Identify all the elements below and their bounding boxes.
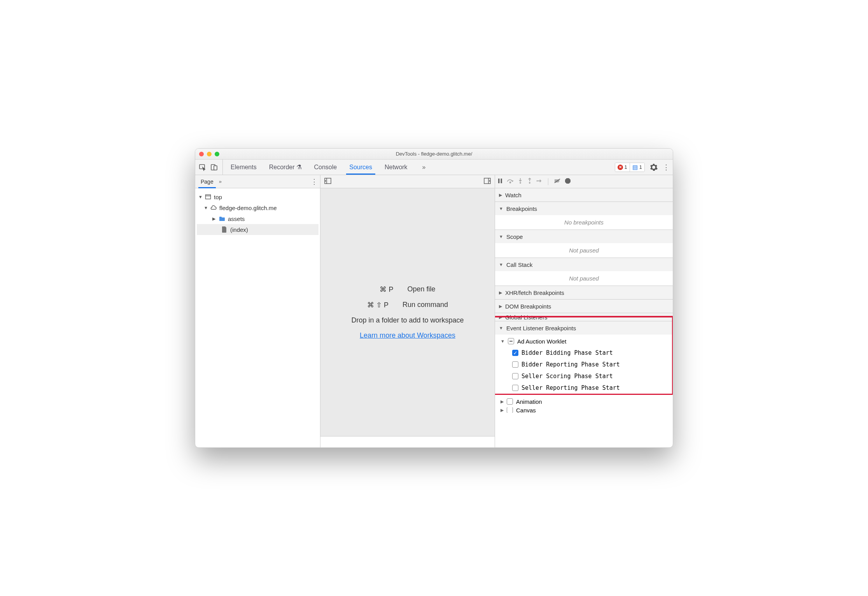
callstack-empty: Not paused [495, 271, 673, 286]
event-category-canvas[interactable]: ▶ Canvas [495, 407, 673, 413]
checkbox-icon[interactable] [507, 398, 513, 405]
tab-network[interactable]: Network [378, 160, 414, 175]
pause-on-exceptions-icon[interactable] [565, 178, 571, 185]
window-title: DevTools - fledge-demo.glitch.me/ [195, 151, 673, 157]
workspace-drop-hint: Drop in a folder to add to workspace [351, 316, 464, 324]
flask-icon: ⚗ [296, 163, 302, 171]
navigator-tab-page[interactable]: Page [198, 179, 216, 185]
folder-icon [219, 215, 226, 222]
run-command-hint: ⌘ ⇧ P Run command [367, 301, 448, 309]
show-debugger-icon[interactable] [484, 178, 491, 185]
tab-sources[interactable]: Sources [343, 160, 378, 175]
event-bidder-reporting-start[interactable]: Bidder Reporting Phase Start [495, 359, 673, 370]
svg-point-12 [520, 182, 521, 184]
kebab-menu-icon[interactable]: ⋮ [663, 163, 670, 172]
event-seller-reporting-start[interactable]: Seller Reporting Phase Start [495, 382, 673, 394]
inspect-icon[interactable] [198, 163, 207, 172]
step-into-icon[interactable] [518, 178, 523, 185]
scope-empty: Not paused [495, 243, 673, 258]
gear-icon[interactable] [649, 163, 658, 172]
titlebar: DevTools - fledge-demo.glitch.me/ [195, 149, 673, 160]
svg-rect-9 [498, 179, 500, 183]
debugger-panel: ▶Watch ▼Breakpoints No breakpoints ▼Scop… [495, 175, 673, 447]
messages-badge[interactable]: ▤ 1 [630, 163, 644, 172]
debugger-controls [495, 175, 673, 188]
editor-panel: ⌘ P Open file ⌘ ⇧ P Run command Drop in … [320, 175, 495, 447]
checkbox-icon[interactable] [507, 407, 513, 413]
file-tree: ▼ top ▼ fledge-demo.glitch.me ▶ assets (… [195, 188, 320, 238]
tree-file-label: (index) [230, 226, 248, 233]
checkbox-icon[interactable] [512, 385, 518, 391]
message-icon: ▤ [632, 164, 638, 171]
section-xhr-breakpoints[interactable]: ▶XHR/fetch Breakpoints [495, 286, 673, 299]
tree-top[interactable]: ▼ top [197, 191, 318, 202]
more-tabs-icon[interactable]: » [416, 160, 432, 175]
main-toolbar: Elements Recorder ⚗ Console Sources Netw… [195, 160, 673, 175]
step-out-icon[interactable] [527, 178, 532, 185]
file-icon [221, 226, 228, 233]
tree-top-label: top [214, 194, 222, 200]
event-seller-scoring-start[interactable]: Seller Scoring Phase Start [495, 370, 673, 382]
cloud-icon [210, 204, 217, 211]
svg-point-13 [529, 182, 530, 184]
tab-recorder[interactable]: Recorder ⚗ [263, 160, 308, 175]
svg-point-14 [537, 181, 538, 182]
navigator-more-icon[interactable]: » [219, 179, 222, 184]
svg-rect-10 [501, 179, 502, 183]
section-breakpoints[interactable]: ▼Breakpoints [495, 202, 673, 215]
open-file-hint: ⌘ P Open file [380, 285, 435, 294]
editor-footer [320, 436, 495, 447]
tree-origin-label: fledge-demo.glitch.me [219, 205, 277, 211]
section-scope[interactable]: ▼Scope [495, 230, 673, 243]
error-icon: ✕ [618, 165, 623, 170]
breakpoints-empty: No breakpoints [495, 215, 673, 230]
tree-folder-label: assets [228, 216, 245, 222]
step-icon[interactable] [536, 178, 542, 185]
checkbox-mixed-icon[interactable] [508, 338, 514, 344]
event-category-animation[interactable]: ▶ Animation [495, 396, 673, 407]
checkbox-icon[interactable] [512, 361, 518, 368]
section-global-listeners[interactable]: ▶Global Listeners [495, 313, 673, 321]
checkbox-checked-icon[interactable]: ✓ [512, 350, 518, 356]
frame-icon [205, 193, 212, 200]
svg-rect-3 [206, 195, 211, 199]
step-over-icon[interactable] [507, 178, 514, 185]
svg-point-11 [510, 182, 511, 183]
workspaces-learn-more-link[interactable]: Learn more about Workspaces [360, 331, 455, 340]
navigator-menu-icon[interactable]: ⋮ [311, 177, 317, 186]
tab-console[interactable]: Console [308, 160, 343, 175]
devtools-window: DevTools - fledge-demo.glitch.me/ Elemen… [195, 148, 673, 448]
checkbox-icon[interactable] [512, 373, 518, 379]
navigator-panel: Page » ⋮ ▼ top ▼ fledge-demo.glitch.me ▶ [195, 175, 320, 447]
tree-folder-assets[interactable]: ▶ assets [197, 213, 318, 224]
event-bidder-bidding-start[interactable]: ✓ Bidder Bidding Phase Start [495, 347, 673, 359]
tree-file-index[interactable]: (index) [197, 224, 318, 235]
tree-origin[interactable]: ▼ fledge-demo.glitch.me [197, 202, 318, 213]
errors-badge[interactable]: ✕ 1 [615, 163, 630, 172]
svg-rect-2 [214, 166, 217, 170]
event-category-ad-auction[interactable]: ▼ Ad Auction Worklet [495, 335, 673, 347]
show-navigator-icon[interactable] [324, 178, 331, 185]
tab-elements[interactable]: Elements [224, 160, 263, 175]
section-callstack[interactable]: ▼Call Stack [495, 258, 673, 271]
section-event-listener-breakpoints[interactable]: ▼Event Listener Breakpoints [495, 321, 673, 335]
issues-badges[interactable]: ✕ 1 ▤ 1 [615, 163, 645, 172]
device-toggle-icon[interactable] [210, 163, 219, 172]
section-watch[interactable]: ▶Watch [495, 188, 673, 202]
deactivate-breakpoints-icon[interactable] [554, 178, 561, 185]
section-dom-breakpoints[interactable]: ▶DOM Breakpoints [495, 300, 673, 313]
content-area: Page » ⋮ ▼ top ▼ fledge-demo.glitch.me ▶ [195, 175, 673, 447]
pause-icon[interactable] [497, 178, 503, 185]
